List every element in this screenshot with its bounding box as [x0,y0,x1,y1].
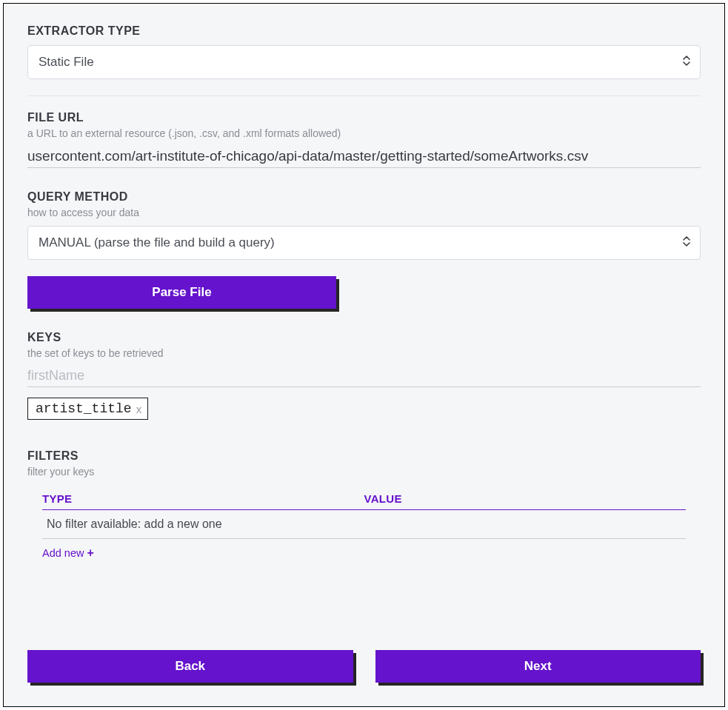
query-method-select-wrap: MANUAL (parse the file and build a query… [27,226,701,260]
extractor-type-select-wrap: Static File [27,45,701,79]
plus-icon: + [87,546,93,560]
filters-sublabel: filter your keys [27,466,701,478]
file-url-label: FILE URL [27,111,701,124]
file-url-section: FILE URL a URL to an external resource (… [27,111,701,168]
keys-sublabel: the set of keys to be retrieved [27,347,701,359]
query-method-select[interactable]: MANUAL (parse the file and build a query… [27,226,701,260]
add-filter-label: Add new [42,547,84,559]
add-filter-button[interactable]: Add new + [42,546,94,560]
extractor-type-section: EXTRACTOR TYPE Static File [27,24,701,79]
filters-table: TYPE VALUE No filter available: add a ne… [27,492,701,560]
back-button[interactable]: Back [27,650,353,683]
extractor-type-select[interactable]: Static File [27,45,701,79]
filters-label: FILTERS [27,449,701,463]
query-method-label: QUERY METHOD [27,190,701,204]
query-method-sublabel: how to access your data [27,207,701,218]
divider [27,96,701,96]
key-tag: artist_title x [27,398,148,420]
query-method-section: QUERY METHOD how to access your data MAN… [27,190,701,309]
file-url-input-wrap [27,148,701,168]
filters-col-type: TYPE [42,492,364,505]
extractor-type-label: EXTRACTOR TYPE [27,24,701,38]
query-method-value: MANUAL (parse the file and build a query… [39,235,275,250]
nav-row: Back Next [27,650,701,683]
key-tag-remove[interactable]: x [136,403,142,415]
form-panel: EXTRACTOR TYPE Static File FILE URL a UR… [3,3,725,707]
file-url-sublabel: a URL to an external resource (.json, .c… [27,127,701,139]
extractor-type-value: Static File [39,55,94,70]
filters-col-value: VALUE [364,492,687,505]
parse-file-button[interactable]: Parse File [27,276,336,309]
keys-label: KEYS [27,331,701,344]
next-button[interactable]: Next [375,650,701,683]
filters-section: FILTERS filter your keys TYPE VALUE No f… [27,449,701,560]
filters-header-row: TYPE VALUE [42,492,686,510]
keys-section: KEYS the set of keys to be retrieved art… [27,331,701,420]
file-url-input[interactable] [27,148,701,164]
keys-input-wrap [27,368,701,387]
key-tag-label: artist_title [36,401,132,416]
keys-input[interactable] [27,368,701,384]
filters-empty-message: No filter available: add a new one [42,510,686,539]
